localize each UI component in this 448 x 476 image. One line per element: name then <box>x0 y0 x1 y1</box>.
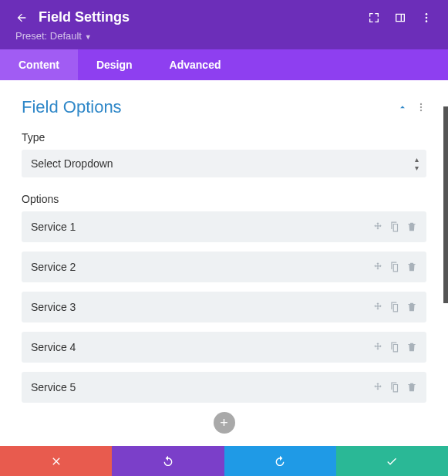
option-row[interactable]: Service 3 <box>22 292 426 322</box>
svg-point-1 <box>426 16 428 19</box>
type-select[interactable]: Select Dropdown <box>22 150 426 177</box>
collapse-icon[interactable] <box>397 102 408 113</box>
option-row[interactable]: Service 4 <box>22 332 426 363</box>
options-list: Service 1 Service 2 Service 3 Service 4 … <box>22 211 426 403</box>
option-label: Service 2 <box>31 261 372 273</box>
option-row[interactable]: Service 5 <box>22 372 426 403</box>
move-icon[interactable] <box>372 302 383 312</box>
delete-icon[interactable] <box>406 262 417 272</box>
option-label: Service 1 <box>31 221 372 233</box>
delete-icon[interactable] <box>406 382 417 393</box>
content-panel: Field Options Type Select Dropdown ▴▾ Op… <box>0 80 448 441</box>
redo-button[interactable] <box>224 446 336 476</box>
duplicate-icon[interactable] <box>389 262 400 272</box>
options-label: Options <box>22 193 426 205</box>
option-label: Service 4 <box>31 341 372 353</box>
option-label: Service 3 <box>31 301 372 313</box>
svg-point-0 <box>426 13 428 15</box>
expand-icon[interactable] <box>368 12 380 24</box>
footer-actions <box>0 446 448 476</box>
duplicate-icon[interactable] <box>389 221 400 232</box>
move-icon[interactable] <box>372 221 383 232</box>
delete-icon[interactable] <box>406 342 417 353</box>
svg-point-2 <box>426 20 428 22</box>
tab-advanced[interactable]: Advanced <box>151 49 240 80</box>
svg-point-4 <box>420 106 422 108</box>
option-row[interactable]: Service 2 <box>22 252 426 282</box>
preset-dropdown[interactable]: Preset: Default ▼ <box>15 30 433 42</box>
move-icon[interactable] <box>372 382 383 393</box>
back-icon[interactable] <box>15 12 28 24</box>
panel-icon[interactable] <box>394 12 406 24</box>
tab-design[interactable]: Design <box>78 49 151 80</box>
svg-point-3 <box>420 103 422 105</box>
cancel-button[interactable] <box>0 446 112 476</box>
duplicate-icon[interactable] <box>389 302 400 312</box>
section-title: Field Options <box>22 97 389 117</box>
section-more-icon[interactable] <box>416 102 426 113</box>
confirm-button[interactable] <box>336 446 448 476</box>
svg-point-5 <box>420 110 422 111</box>
duplicate-icon[interactable] <box>389 342 400 353</box>
page-title: Field Settings <box>39 9 357 25</box>
tab-content[interactable]: Content <box>0 49 78 80</box>
header-bar: Field Settings Preset: Default ▼ <box>0 0 448 49</box>
delete-icon[interactable] <box>406 302 417 312</box>
more-icon[interactable] <box>420 12 433 24</box>
scrollbar[interactable] <box>443 106 448 303</box>
option-label: Service 5 <box>31 381 372 393</box>
move-icon[interactable] <box>372 342 383 353</box>
move-icon[interactable] <box>372 262 383 272</box>
add-option-button[interactable]: + <box>214 412 235 434</box>
duplicate-icon[interactable] <box>389 382 400 393</box>
undo-button[interactable] <box>112 446 224 476</box>
tabs: Content Design Advanced <box>0 49 448 80</box>
option-row[interactable]: Service 1 <box>22 211 426 242</box>
type-label: Type <box>22 131 426 143</box>
delete-icon[interactable] <box>406 221 417 232</box>
